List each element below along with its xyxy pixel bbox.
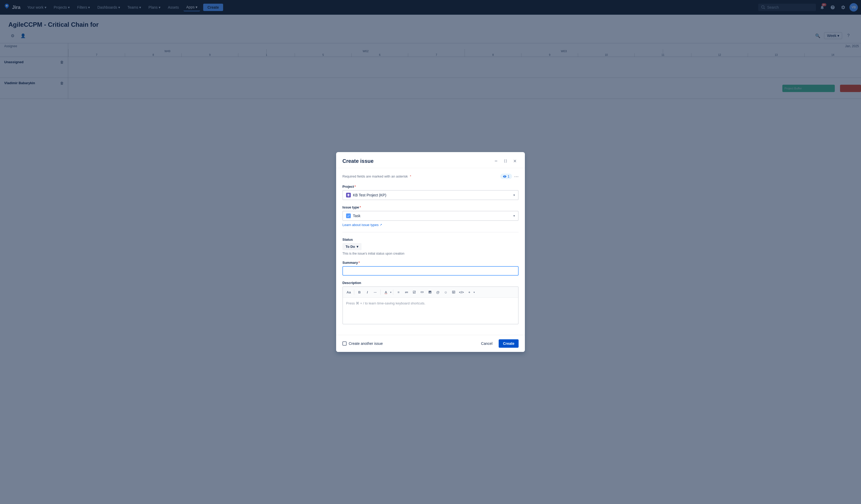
toolbar-divider	[380, 289, 381, 295]
minimize-button[interactable]	[492, 157, 500, 165]
modal-footer: Create another issue Cancel Create	[336, 335, 525, 352]
eye-icon	[503, 175, 507, 178]
project-select[interactable]: KB Test Project (KP)	[342, 190, 519, 200]
modal-body: Required fields are marked with an aster…	[336, 168, 525, 335]
issue-type-field: Issue type * Task Learn about issue type…	[342, 205, 519, 227]
status-field: Status To Do This is the issue's initial…	[342, 237, 519, 255]
task-list-button[interactable]: ☑	[411, 288, 418, 296]
more-button[interactable]: ···	[514, 173, 519, 179]
description-body[interactable]: Press ⌘ + / to learn time-saving keyboar…	[343, 298, 518, 324]
color-chevron[interactable]	[390, 291, 392, 294]
modal-header: Create issue	[336, 152, 525, 168]
project-field: Project * KB Test Project (KP)	[342, 185, 519, 200]
expand-button[interactable]	[502, 157, 509, 165]
create-issue-modal: Create issue Required fields are marked …	[336, 152, 525, 352]
status-note: This is the issue's initial status upon …	[342, 252, 519, 255]
footer-actions: Cancel Create	[477, 339, 519, 348]
toolbar-divider	[354, 289, 354, 295]
link-button[interactable]	[419, 288, 426, 296]
modal-title: Create issue	[342, 158, 373, 164]
watchers-badge[interactable]: 1	[500, 174, 512, 179]
issue-type-label: Issue type *	[342, 205, 519, 209]
task-icon	[346, 214, 351, 218]
project-chevron	[513, 193, 515, 197]
add-chevron[interactable]	[474, 291, 475, 294]
modal-overlay: Create issue Required fields are marked …	[0, 0, 861, 504]
summary-field: Summary *	[342, 261, 519, 276]
form-divider	[342, 232, 519, 232]
description-field: Description Aa B I ··· A ≡ ≔	[342, 281, 519, 324]
project-label: Project *	[342, 185, 519, 189]
create-button[interactable]: Create	[499, 339, 519, 348]
description-editor: Aa B I ··· A ≡ ≔ ☑	[342, 286, 519, 324]
create-another-label[interactable]: Create another issue	[342, 341, 383, 345]
create-another-checkbox[interactable]	[342, 341, 346, 345]
summary-input[interactable]	[342, 266, 519, 276]
emoji-button[interactable]: ☺	[442, 288, 449, 296]
text-style-button[interactable]: Aa	[345, 288, 352, 296]
bold-button[interactable]: B	[356, 288, 363, 296]
cancel-button[interactable]: Cancel	[477, 339, 497, 348]
learn-link[interactable]: Learn about issue types ↗	[342, 223, 519, 227]
issue-type-chevron	[513, 214, 515, 218]
mention-button[interactable]: @	[434, 288, 441, 296]
external-link-icon: ↗	[380, 223, 382, 227]
status-chevron	[357, 245, 358, 249]
modal-header-controls	[492, 157, 519, 165]
description-label: Description	[342, 281, 519, 285]
text-color-button[interactable]: A	[382, 288, 390, 296]
italic-button[interactable]: I	[364, 288, 371, 296]
numbered-list-button[interactable]: ≔	[403, 288, 410, 296]
more-formatting-button[interactable]: ···	[371, 288, 379, 296]
desc-toolbar: Aa B I ··· A ≡ ≔ ☑	[343, 287, 518, 298]
status-label: Status	[342, 237, 519, 242]
close-button[interactable]	[511, 157, 519, 165]
table-button[interactable]	[450, 288, 457, 296]
bullet-list-button[interactable]: ≡	[395, 288, 402, 296]
status-dropdown[interactable]: To Do	[342, 243, 361, 250]
required-note: Required fields are marked with an aster…	[342, 173, 519, 179]
code-button[interactable]: </>	[458, 288, 465, 296]
add-button[interactable]: +	[466, 288, 473, 296]
project-icon	[346, 193, 351, 197]
desc-placeholder: Press ⌘ + / to learn time-saving keyboar…	[346, 301, 425, 305]
summary-label: Summary *	[342, 261, 519, 264]
toolbar-divider	[393, 289, 393, 295]
issue-type-select[interactable]: Task	[342, 211, 519, 221]
required-star: *	[410, 174, 411, 178]
image-button[interactable]	[426, 288, 434, 296]
